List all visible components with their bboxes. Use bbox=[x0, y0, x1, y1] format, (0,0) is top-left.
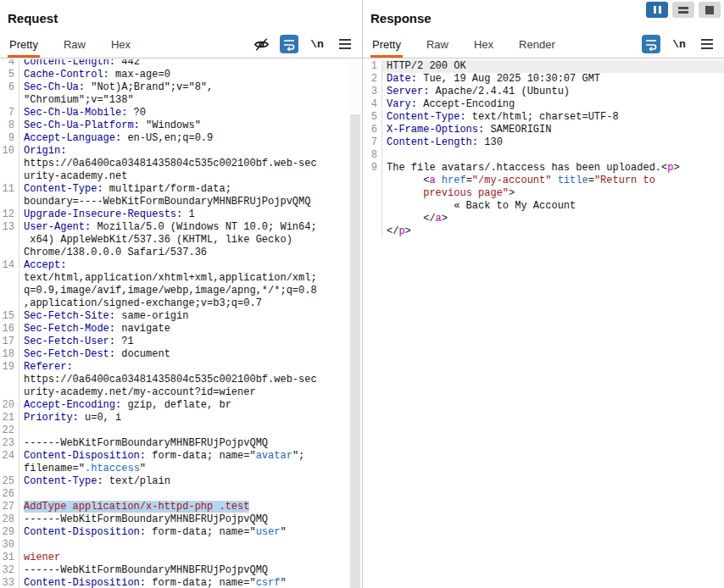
tab-pretty[interactable]: Pretty bbox=[8, 38, 40, 58]
layout-button-group bbox=[646, 2, 721, 18]
line-number: 4 bbox=[363, 98, 382, 111]
response-code-line: 1HTTP/2 200 OK bbox=[363, 60, 724, 73]
hide-eye-icon[interactable] bbox=[252, 35, 270, 53]
request-code-line: 7Sec-Ch-Ua-Mobile: ?0 bbox=[0, 107, 362, 119]
request-code-line: "Chromium";v="138" bbox=[0, 94, 362, 107]
request-code-line: 10Origin: bbox=[0, 145, 362, 158]
code-text: Sec-Fetch-Dest: document bbox=[19, 348, 362, 361]
request-scrollbar[interactable] bbox=[349, 59, 361, 588]
line-number: 13 bbox=[0, 221, 19, 234]
code-text: Content-Length: 442 bbox=[19, 59, 362, 69]
request-editor[interactable]: 4Content-Length: 4425Cache-Control: max-… bbox=[0, 59, 362, 588]
line-number: 25 bbox=[0, 475, 19, 488]
code-text: Origin: bbox=[19, 145, 362, 158]
tab-hex[interactable]: Hex bbox=[109, 38, 132, 58]
request-code-line: 29Content-Disposition: form-data; name="… bbox=[0, 526, 362, 539]
line-number bbox=[0, 374, 19, 386]
selected-text-highlight: AddType application/x-httpd-php .test bbox=[24, 501, 249, 513]
line-number: 17 bbox=[0, 336, 19, 348]
menu-icon[interactable] bbox=[698, 35, 716, 53]
tab-raw[interactable]: Raw bbox=[425, 38, 450, 58]
request-code-line: 27AddType application/x-httpd-php .test bbox=[0, 501, 362, 513]
line-number: 14 bbox=[0, 259, 19, 272]
code-text: Content-Disposition: form-data; name="av… bbox=[19, 450, 362, 463]
layout-single-button[interactable] bbox=[699, 2, 721, 18]
request-code-line: 30 bbox=[0, 539, 362, 552]
code-text: Date: Tue, 19 Aug 2025 10:30:07 GMT bbox=[382, 73, 724, 86]
word-wrap-icon[interactable] bbox=[642, 35, 660, 53]
line-number: 9 bbox=[363, 162, 382, 175]
code-text: <a href="/my-account" title="Return to bbox=[382, 175, 724, 187]
response-code-line: 6X-Frame-Options: SAMEORIGIN bbox=[363, 124, 724, 136]
request-scrollbar-thumb[interactable] bbox=[350, 114, 360, 588]
response-code-line: 8 bbox=[363, 149, 724, 162]
columns-icon bbox=[654, 6, 656, 14]
code-text: « Back to My Account bbox=[382, 200, 724, 213]
request-header: Request Pretty Raw Hex bbox=[0, 0, 362, 58]
request-code-line: ,application/signed-exchange;v=b3;q=0.7 bbox=[0, 297, 362, 310]
line-number: 6 bbox=[363, 124, 382, 136]
line-number bbox=[0, 196, 19, 208]
line-number: 33 bbox=[0, 577, 19, 588]
request-code-line: 20Accept-Encoding: gzip, deflate, br bbox=[0, 399, 362, 412]
response-code-line: « Back to My Account bbox=[363, 200, 724, 213]
request-code-line: 8Sec-Ch-Ua-Platform: "Windows" bbox=[0, 119, 362, 132]
code-text: urity-academy.net/my-account?id=wiener bbox=[19, 386, 362, 399]
code-text: Cache-Control: max-age=0 bbox=[19, 69, 362, 81]
line-number bbox=[0, 247, 19, 259]
code-text: Priority: u=0, i bbox=[19, 412, 362, 424]
request-code-line: 22 bbox=[0, 424, 362, 437]
response-lines: 1HTTP/2 200 OK2Date: Tue, 19 Aug 2025 10… bbox=[363, 60, 724, 238]
code-text: x64) AppleWebKit/537.36 (KHTML, like Gec… bbox=[19, 234, 362, 247]
request-code-line: 13User-Agent: Mozilla/5.0 (Windows NT 10… bbox=[0, 221, 362, 234]
line-number: 12 bbox=[0, 208, 19, 221]
response-code-line: </p> bbox=[363, 225, 724, 238]
tab-raw[interactable]: Raw bbox=[62, 38, 87, 58]
response-tabs: Pretty Raw Hex Render bbox=[370, 36, 579, 58]
code-text: The file avatars/.htaccess has been uplo… bbox=[382, 162, 724, 175]
request-code-line: 21Priority: u=0, i bbox=[0, 412, 362, 424]
code-text: Accept: bbox=[19, 259, 362, 272]
newline-toggle-icon[interactable]: \n bbox=[670, 35, 688, 53]
line-number: 7 bbox=[363, 136, 382, 149]
single-pane-icon bbox=[705, 6, 714, 14]
line-number bbox=[0, 170, 19, 183]
request-code-line: x64) AppleWebKit/537.36 (KHTML, like Gec… bbox=[0, 234, 362, 247]
tab-pretty[interactable]: Pretty bbox=[370, 38, 403, 58]
word-wrap-icon[interactable] bbox=[280, 35, 298, 53]
code-text: Referer: bbox=[19, 361, 362, 374]
request-code-line: https://0a6400ca03481435804c535c002100bf… bbox=[0, 158, 362, 170]
line-number: 19 bbox=[0, 361, 19, 374]
menu-icon[interactable] bbox=[336, 35, 354, 53]
response-code-line: 3Server: Apache/2.4.41 (Ubuntu) bbox=[363, 86, 724, 98]
tab-render[interactable]: Render bbox=[517, 38, 557, 58]
code-text: ------WebKitFormBoundaryMHNBFRUjPojpvQMQ bbox=[19, 564, 362, 577]
code-text bbox=[19, 488, 362, 501]
line-number: 32 bbox=[0, 564, 19, 577]
response-editor[interactable]: 1HTTP/2 200 OK2Date: Tue, 19 Aug 2025 10… bbox=[363, 59, 724, 588]
layout-rows-button[interactable] bbox=[672, 2, 694, 18]
code-text: urity-academy.net bbox=[19, 170, 362, 183]
newline-toggle-icon[interactable]: \n bbox=[308, 35, 326, 53]
line-number bbox=[0, 234, 19, 247]
code-text: q=0.9,image/avif,image/webp,image/apng,*… bbox=[19, 285, 362, 297]
request-code-line: 4Content-Length: 442 bbox=[0, 59, 362, 69]
code-text: Sec-Ch-Ua: "Not)A;Brand";v="8", bbox=[19, 81, 362, 94]
line-number: 15 bbox=[0, 310, 19, 323]
line-number bbox=[363, 200, 382, 213]
code-text: Content-Disposition: form-data; name="cs… bbox=[19, 577, 362, 588]
line-number: 11 bbox=[0, 183, 19, 196]
line-number bbox=[0, 272, 19, 285]
request-code-line: 33Content-Disposition: form-data; name="… bbox=[0, 577, 362, 588]
request-code-line: filename=".htaccess" bbox=[0, 463, 362, 475]
line-number: 24 bbox=[0, 450, 19, 463]
code-text: Content-Type: text/plain bbox=[19, 475, 362, 488]
request-code-line: 12Upgrade-Insecure-Requests: 1 bbox=[0, 208, 362, 221]
request-code-line: 5Cache-Control: max-age=0 bbox=[0, 69, 362, 81]
request-code-line: q=0.9,image/avif,image/webp,image/apng,*… bbox=[0, 285, 362, 297]
layout-columns-button[interactable] bbox=[646, 2, 668, 18]
code-text: Sec-Fetch-Mode: navigate bbox=[19, 323, 362, 336]
line-number: 28 bbox=[0, 513, 19, 526]
tab-hex[interactable]: Hex bbox=[472, 38, 495, 58]
request-code-line: text/html,application/xhtml+xml,applicat… bbox=[0, 272, 362, 285]
